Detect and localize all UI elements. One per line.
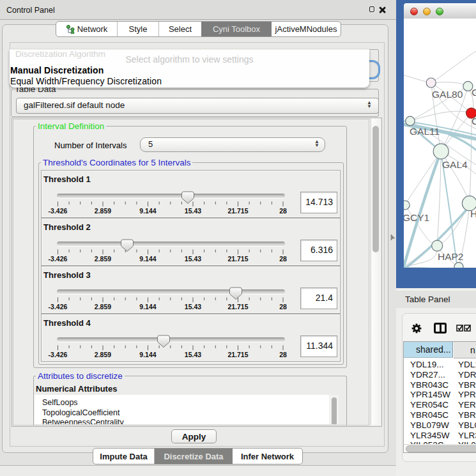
svg-text:H: H <box>470 208 476 219</box>
svg-text:GAL4: GAL4 <box>442 159 468 170</box>
svg-text:C: C <box>472 116 476 127</box>
svg-text:GA: GA <box>472 87 476 98</box>
svg-text:GAL11: GAL11 <box>410 126 440 137</box>
svg-text:HAP2: HAP2 <box>438 251 464 262</box>
svg-text:GCY1: GCY1 <box>404 212 429 223</box>
svg-text:GAL80: GAL80 <box>432 89 463 100</box>
